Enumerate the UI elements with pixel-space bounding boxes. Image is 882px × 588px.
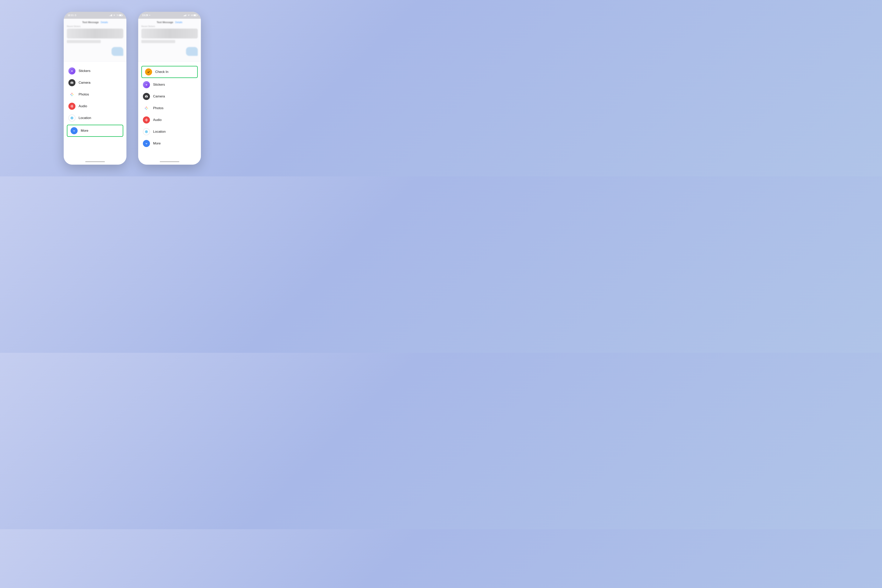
svg-rect-32: [147, 119, 148, 121]
battery-indicator-right: 68: [191, 14, 197, 16]
chat-area-right: Text Message Details Recent Stickers: [138, 19, 201, 62]
svg-point-4: [71, 70, 72, 71]
svg-point-23: [147, 84, 147, 84]
location-icon: [68, 114, 75, 122]
wifi-icon-right: [188, 14, 190, 16]
status-icons-left: 76: [109, 14, 123, 16]
document-icon: [75, 14, 76, 16]
stickers-label-left: Stickers: [79, 69, 90, 73]
svg-rect-12: [71, 105, 72, 107]
menu-area-right: Check In Stickers: [138, 62, 201, 159]
audio-label-left: Audio: [79, 104, 87, 108]
more-icon-right: [143, 140, 150, 147]
svg-point-37: [145, 142, 148, 145]
signal-icon-right: [184, 14, 187, 16]
phone-right: 13:29 68: [138, 12, 201, 165]
status-icons-right: 68: [184, 14, 197, 16]
svg-point-20: [147, 70, 150, 74]
wifi-icon: [113, 14, 116, 16]
photos-label-right: Photos: [153, 106, 164, 110]
svg-point-21: [145, 83, 148, 86]
svg-point-18: [72, 118, 72, 118]
more-label-right: More: [153, 141, 161, 146]
menu-item-more-left[interactable]: More: [68, 125, 123, 136]
home-indicator-left: [64, 159, 126, 165]
camera-icon-right: [143, 93, 150, 100]
status-time-left: 12:11: [68, 14, 76, 16]
camera-icon: [68, 79, 75, 86]
location-arrow-icon: [149, 14, 150, 16]
location-label-left: Location: [79, 116, 91, 120]
menu-item-checkin[interactable]: Check In: [142, 66, 197, 77]
menu-item-camera-right[interactable]: Camera: [138, 90, 201, 102]
menu-item-photos-left[interactable]: Photos: [64, 88, 126, 100]
phone-left: 12:11 76: [64, 12, 126, 165]
svg-rect-13: [72, 105, 72, 108]
camera-label-left: Camera: [79, 81, 90, 85]
stickers-label-right: Stickers: [153, 83, 165, 87]
more-icon-left: [70, 127, 78, 134]
more-label-left: More: [81, 129, 88, 133]
signal-icon: [109, 14, 112, 16]
status-time-right: 13:29: [142, 14, 150, 16]
location-icon-right: [143, 128, 150, 135]
menu-item-stickers-right[interactable]: Stickers: [138, 79, 201, 90]
svg-rect-11: [70, 105, 71, 107]
svg-rect-29: [145, 119, 146, 121]
menu-item-location-right[interactable]: Location: [138, 126, 201, 138]
battery-indicator: 76: [116, 14, 123, 16]
stickers-icon: [68, 68, 75, 75]
status-bar-right: 13:29 68: [138, 12, 201, 19]
checkin-label: Check In: [155, 70, 168, 74]
menu-area-left: Stickers Camera: [64, 62, 126, 159]
audio-icon-right: [143, 116, 150, 123]
svg-point-5: [72, 70, 72, 71]
more-highlight-box-left: More: [67, 124, 123, 137]
menu-item-audio-right[interactable]: Audio: [138, 114, 201, 126]
svg-point-28: [146, 108, 147, 109]
svg-point-10: [71, 94, 72, 95]
svg-point-25: [146, 96, 147, 97]
svg-point-7: [72, 82, 72, 83]
location-label-right: Location: [153, 130, 166, 134]
audio-label-right: Audio: [153, 118, 162, 122]
menu-item-more-right[interactable]: More: [138, 138, 201, 149]
photos-icon: [68, 91, 75, 98]
menu-item-location-left[interactable]: Location: [64, 112, 126, 124]
menu-item-stickers-left[interactable]: Stickers: [64, 65, 126, 77]
audio-icon: [68, 103, 75, 110]
svg-rect-30: [146, 119, 146, 121]
svg-rect-14: [73, 105, 73, 107]
svg-point-22: [146, 84, 146, 84]
camera-label-right: Camera: [153, 94, 165, 98]
svg-rect-31: [146, 118, 147, 122]
svg-point-3: [70, 69, 74, 72]
photos-label-left: Photos: [79, 93, 89, 96]
svg-point-36: [146, 132, 147, 132]
chat-area-left: Text Message Details Recent Stickers: [64, 19, 126, 62]
checkin-highlight-box: Check In: [141, 66, 198, 78]
home-indicator-right: [138, 159, 201, 165]
svg-point-19: [72, 129, 76, 132]
photos-icon-right: [143, 105, 150, 112]
menu-item-audio-left[interactable]: Audio: [64, 100, 126, 112]
menu-item-camera-left[interactable]: Camera: [64, 77, 126, 88]
checkin-icon: [145, 68, 152, 75]
svg-point-26: [147, 96, 148, 96]
svg-point-8: [73, 82, 73, 82]
stickers-icon-right: [143, 81, 150, 88]
status-bar-left: 12:11 76: [64, 12, 126, 19]
menu-item-photos-right[interactable]: Photos: [138, 102, 201, 114]
